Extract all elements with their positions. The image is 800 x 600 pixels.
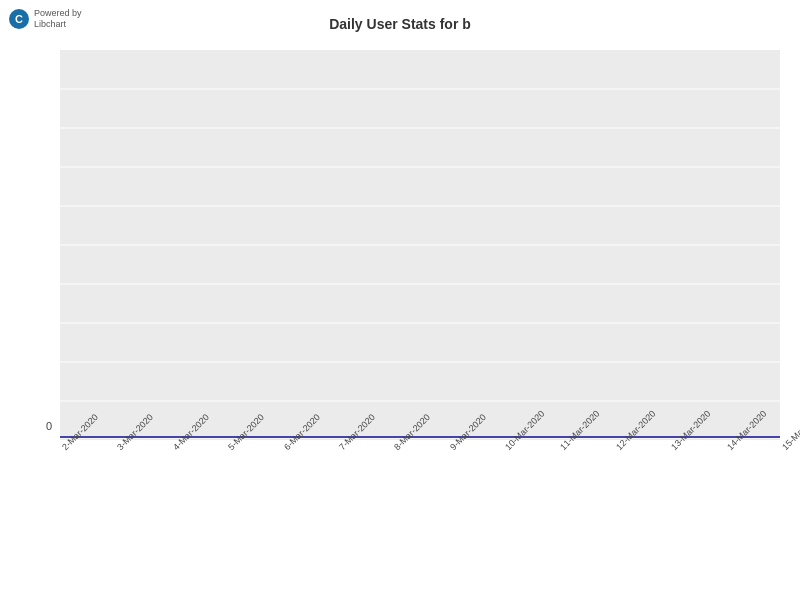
chart-svg — [60, 50, 780, 440]
x-axis-labels: 2-Mar-20203-Mar-20204-Mar-20205-Mar-2020… — [60, 445, 780, 585]
y-axis-zero-label: 0 — [46, 420, 52, 432]
chart-container: C Powered by Libchart Daily User Stats f… — [0, 0, 800, 600]
chart-title: Daily User Stats for b — [0, 16, 800, 32]
x-axis-label: 15-Mar-2020 — [780, 409, 800, 453]
